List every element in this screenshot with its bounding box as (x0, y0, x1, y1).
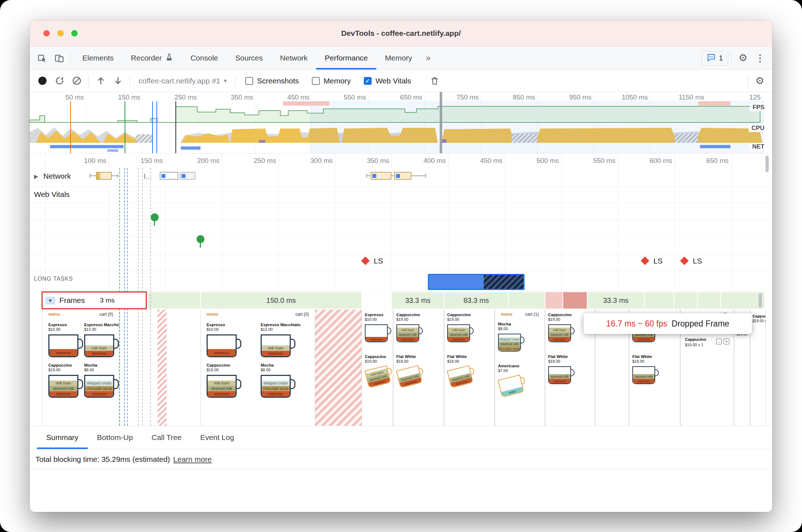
filmstrip-frame[interactable]: Cappuccino $19.00 milk foamsteamed milke… (393, 310, 444, 426)
checkbox-checked[interactable]: ✓ (364, 77, 372, 85)
app-menu-link: menu (501, 312, 512, 317)
tab-memory[interactable]: Memory (376, 47, 421, 69)
tab-label: Memory (385, 54, 412, 62)
filmstrip-frame[interactable]: Cappuccino $19.00 milk foamsteamed milke… (444, 310, 495, 426)
timeline-tracks[interactable]: ▶ Network I... Web Vitals LS LS LS LONG … (30, 168, 772, 426)
tab-sources[interactable]: Sources (227, 47, 271, 69)
dropped-frame-segment[interactable] (563, 292, 587, 309)
timeline-overview[interactable]: 50 ms150 ms250 ms350 ms450 ms550 ms650 m… (30, 92, 772, 154)
web-vital-good-marker[interactable] (151, 213, 159, 221)
load-profile-icon[interactable] (92, 73, 109, 89)
divider (71, 52, 71, 64)
frame-segment[interactable] (645, 292, 673, 309)
frame-segment[interactable]: 83.3 ms (444, 292, 508, 309)
frame-segment[interactable]: 33.3 ms (588, 292, 644, 309)
coffee-cup: milk foamsteamed milkespresso (396, 324, 419, 342)
minimize-window-button[interactable] (57, 30, 64, 37)
device-toolbar-icon[interactable] (50, 50, 68, 66)
trash-icon[interactable] (426, 73, 443, 89)
frame-segment[interactable]: 33.3 ms (392, 292, 444, 309)
cup-layer: steamed milk (499, 342, 520, 346)
memory-checkbox[interactable]: Memory (312, 77, 351, 85)
long-task-bar-selected[interactable] (428, 274, 525, 290)
layout-shift-marker[interactable] (680, 256, 689, 265)
network-request-bar[interactable] (160, 172, 178, 180)
filmstrip-frame[interactable]: menu cart (1) Mocha $8.00 whipped creams… (495, 310, 545, 426)
learn-more-link[interactable]: Learn more (173, 455, 212, 464)
product-name: Cappuccino (447, 313, 492, 317)
frame-segment[interactable] (721, 292, 764, 309)
settings-gear-icon[interactable]: ⚙ (734, 50, 752, 66)
layout-shift-marker[interactable] (641, 256, 649, 265)
frame-segment[interactable] (148, 292, 200, 309)
layout-shift-marker[interactable] (361, 256, 369, 265)
frame-segment[interactable] (698, 292, 720, 309)
web-vital-good-marker[interactable] (197, 235, 204, 243)
tab-elements[interactable]: Elements (74, 47, 122, 69)
ruler-tick-label: 100 ms (30, 154, 109, 168)
capture-settings-gear-icon[interactable]: ⚙ (752, 73, 768, 89)
product-name: Cappucino (365, 354, 390, 359)
overview-cursor[interactable] (440, 92, 442, 153)
partial-frame-segment[interactable] (545, 292, 562, 309)
filmstrip-frame[interactable]: menu cart (0) Espresso $10.00 espresso E… (42, 310, 119, 426)
tab-bottom-up[interactable]: Bottom-Up (88, 426, 142, 449)
screenshots-checkbox[interactable]: Screenshots (245, 77, 299, 85)
kebab-menu-icon[interactable]: ⋮ (752, 50, 769, 66)
clear-recording-icon[interactable] (68, 73, 85, 89)
devtools-tab-bar: Elements Recorder Console Sources Networ… (30, 47, 772, 70)
product-price: $7.00 (498, 368, 542, 373)
network-request-bar[interactable] (371, 172, 391, 180)
frames-track-header-selected[interactable]: ▼ Frames 3 ms (42, 291, 147, 309)
frame-segment[interactable]: 150.0 ms (201, 292, 361, 309)
profile-history-select[interactable]: coffee-cart.netlify.app #1 ▾ (134, 77, 232, 85)
cup-layer: espresso (397, 337, 419, 342)
network-track-expander[interactable]: ▶ (34, 173, 38, 180)
tab-network[interactable]: Network (271, 47, 316, 69)
record-button[interactable] (34, 73, 50, 89)
tab-performance[interactable]: Performance (316, 47, 376, 69)
vertical-scrollbar-thumb[interactable] (765, 156, 769, 172)
filmstrip-frame[interactable]: Cappucino $19.00 x 1 (750, 310, 766, 426)
issues-counter-button[interactable]: 1 (701, 51, 728, 66)
checkbox-unchecked[interactable] (312, 77, 320, 85)
collapse-triangle-icon[interactable]: ▼ (45, 297, 55, 304)
cup-layer: espresso (633, 337, 654, 342)
checkbox-unchecked[interactable] (245, 77, 253, 85)
inspect-element-icon[interactable] (33, 50, 50, 66)
filmstrip-frame[interactable]: menu cart (0) Espresso $10.00 espresso E… (200, 310, 315, 426)
product-price: $19.00 (207, 368, 255, 372)
coffee-cup: whipped creamsteamed milkchocolate syrup (498, 334, 521, 352)
web-vitals-checkbox[interactable]: ✓ Web Vitals (364, 77, 411, 85)
coffee-cup: milk foamsteamed milkespresso (207, 375, 237, 398)
frames-scrollbar-thumb[interactable] (759, 293, 762, 308)
product: Americano $7.00 water (495, 361, 545, 396)
product-name: Flat White (548, 354, 592, 359)
zoom-window-button[interactable] (71, 30, 78, 37)
overview-window-selection[interactable] (310, 101, 764, 153)
network-request-bar[interactable] (96, 172, 112, 180)
network-request-bar[interactable] (180, 172, 195, 180)
frame-duration-label: 3 ms (100, 296, 115, 304)
product-price: $19.00 (365, 359, 390, 363)
layout-shift-label: LS (693, 257, 702, 265)
tab-event-log[interactable]: Event Log (191, 426, 243, 449)
tab-call-tree[interactable]: Call Tree (142, 426, 191, 449)
issues-count: 1 (719, 54, 723, 62)
tab-console[interactable]: Console (182, 47, 227, 69)
filmstrip-frame[interactable]: Espresso $10.00 espresso Cappucino $19.0… (362, 310, 393, 426)
ruler-tick-label: 450 ms (449, 154, 505, 168)
close-window-button[interactable] (43, 30, 50, 37)
product-name: Espresso (48, 323, 78, 327)
long-task-warning-strip (283, 101, 329, 106)
frame-segment[interactable] (674, 292, 697, 309)
tab-summary[interactable]: Summary (37, 426, 88, 449)
product-price: $12.00 (84, 327, 119, 332)
more-tabs-button[interactable]: » (421, 47, 435, 69)
reload-and-record-icon[interactable] (51, 73, 68, 89)
frame-segment[interactable] (509, 292, 545, 309)
network-request-bar[interactable] (394, 172, 411, 180)
tab-recorder[interactable]: Recorder (122, 47, 182, 69)
product: Mocha $8.00 whipped creamsteamed milkcho… (495, 319, 545, 354)
save-profile-icon[interactable] (110, 73, 126, 89)
